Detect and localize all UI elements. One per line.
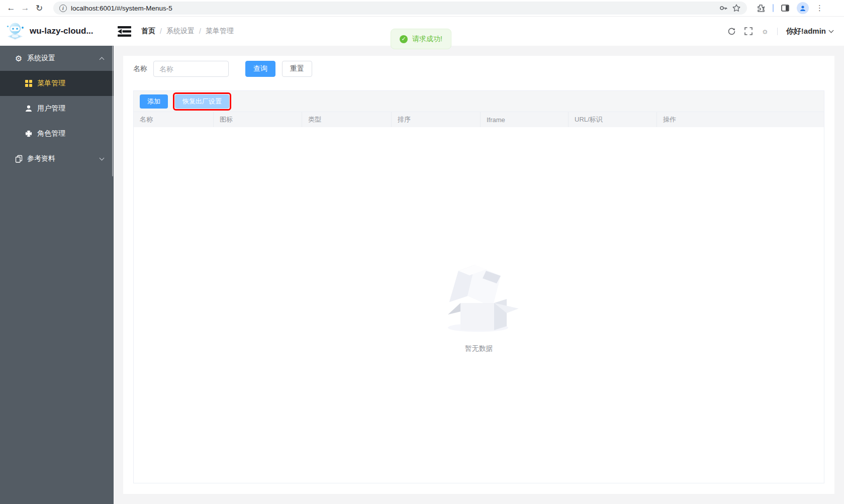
table-header-row: 名称 图标 类型 排序 Iframe URL/标识 操作 [134,112,824,127]
column-header-type: 类型 [302,112,392,127]
sidebar-item-label: 用户管理 [37,104,104,113]
fullscreen-icon[interactable] [744,27,753,35]
chrome-divider [773,4,774,12]
bookmark-star-icon[interactable] [732,4,741,13]
column-header-icon: 图标 [214,112,302,127]
sidebar-group-system-settings[interactable]: ⚙ 系统设置 [0,46,114,71]
name-search-input[interactable] [153,61,229,77]
gear-icon: ⚙ [14,54,23,63]
side-panel-icon[interactable] [781,4,790,13]
breadcrumb-home[interactable]: 首页 [141,27,155,36]
column-header-url: URL/标识 [569,112,657,127]
annotation-highlight-box: 恢复出厂设置 [173,92,231,111]
sidebar-item-label: 菜单管理 [37,79,104,88]
sidebar-item-role-management[interactable]: 角色管理 [0,121,114,146]
query-button[interactable]: 查询 [245,61,275,77]
user-icon [24,105,33,113]
sidebar-scrollbar[interactable] [112,46,113,176]
sidebar-group-label: 系统设置 [27,54,100,63]
header-actions: ☼ 你好!admin [727,27,844,36]
role-icon [24,130,33,138]
forward-icon[interactable]: → [18,1,32,15]
search-field-label: 名称 [133,64,147,73]
site-info-icon[interactable]: i [59,5,67,12]
brand: wu-lazy-cloud... [0,22,114,41]
url-bar[interactable]: i localhost:6001/#/system-Menus-5 [53,2,747,15]
extensions-icon[interactable] [756,4,766,13]
breadcrumb-current: 菜单管理 [206,27,234,36]
empty-box-illustration [437,257,521,333]
browser-chrome: ← → ↻ i localhost:6001/#/system-Menus-5 … [0,0,844,17]
breadcrumb-separator: / [199,27,201,35]
main-area: 名称 查询 重置 添加 恢复出厂设置 名称 图标 类型 排序 Iframe [114,46,844,504]
breadcrumb-section[interactable]: 系统设置 [166,27,195,36]
app-logo-robot-icon [6,22,25,41]
table-empty-body: 暂无数据 [134,127,824,483]
table-toolbar: 添加 恢复出厂设置 [134,91,824,112]
toast-message: 请求成功! [412,35,442,44]
greeting-text: 你好!admin [786,27,826,36]
sidebar-group-reference[interactable]: 参考资料 [0,146,114,171]
copy-document-icon [14,155,23,163]
content-card: 名称 查询 重置 添加 恢复出厂设置 名称 图标 类型 排序 Iframe [123,56,834,494]
column-header-actions: 操作 [657,112,824,127]
table-container: 添加 恢复出厂设置 名称 图标 类型 排序 Iframe URL/标识 操作 [133,90,824,483]
sidebar-item-label: 角色管理 [37,129,104,138]
reset-button[interactable]: 重置 [282,61,312,77]
breadcrumb: 首页 / 系统设置 / 菜单管理 [141,27,234,36]
column-header-name: 名称 [134,112,214,127]
sidebar-item-user-management[interactable]: 用户管理 [0,96,114,121]
password-key-icon[interactable] [719,4,728,13]
breadcrumb-separator: / [160,27,162,35]
sidebar-item-menu-management[interactable]: 菜单管理 [0,71,114,96]
chevron-down-icon [100,156,105,161]
sun-theme-icon[interactable]: ☼ [761,27,769,35]
url-text[interactable]: localhost:6001/#/system-Menus-5 [71,5,715,12]
success-toast: ✓ 请求成功! [391,29,451,49]
empty-text: 暂无数据 [465,344,493,353]
success-check-icon: ✓ [400,35,408,43]
sidebar-group-label: 参考资料 [27,154,100,163]
back-icon[interactable]: ← [4,1,18,15]
restore-factory-button[interactable]: 恢复出厂设置 [175,94,229,109]
grid-icon [24,80,33,87]
refresh-icon[interactable] [727,27,736,36]
app-title: wu-lazy-cloud... [30,26,93,36]
profile-avatar-icon[interactable] [797,2,809,14]
add-button[interactable]: 添加 [140,94,168,109]
chevron-up-icon [100,57,105,62]
column-header-sort: 排序 [392,112,481,127]
user-menu[interactable]: 你好!admin [786,27,833,36]
reload-icon[interactable]: ↻ [32,1,46,15]
chevron-down-icon [829,28,834,33]
search-form: 名称 查询 重置 [123,56,834,77]
column-header-iframe: Iframe [481,112,569,127]
menu-kebab-icon[interactable]: ⋮ [816,4,823,13]
sidebar: ⚙ 系统设置 菜单管理 用户管理 角色管理 [0,46,114,504]
sidebar-collapse-icon[interactable] [118,26,131,37]
header-divider [777,28,778,35]
